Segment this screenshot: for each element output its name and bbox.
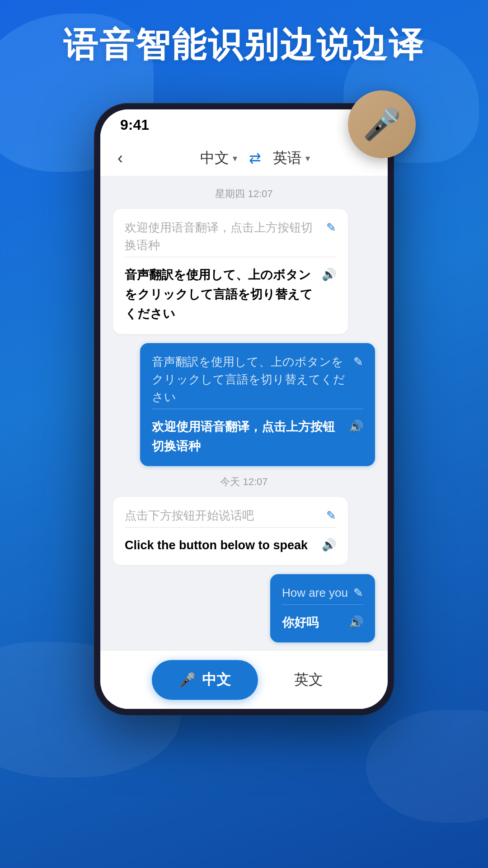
phone-frame: 9:41 ‹ 中文: [95, 104, 393, 714]
sound-icon-1[interactable]: 🔊: [322, 265, 336, 284]
bubble3-translated-text: Click the button below to speak 🔊: [125, 536, 336, 555]
bubble-right-2-wrapper: How are you ✎ 你好吗 🔊: [113, 574, 375, 642]
bubble-right-1-wrapper: 音声翻訳を使用して、上のボタンをクリックして言語を切り替えてください ✎ 欢迎使…: [113, 343, 375, 466]
divider-1: [125, 257, 336, 257]
edit-icon-4[interactable]: ✎: [353, 584, 363, 602]
bubble1-translated-text: 音声翻訳を使用して、上のボタンをクリックして言語を切り替えてください 🔊: [125, 265, 336, 324]
phone-screen: 9:41 ‹ 中文: [100, 109, 388, 709]
bubble3-original-text: 点击下方按钮开始说话吧 ✎: [125, 507, 336, 524]
divider-3: [125, 527, 336, 528]
bubble-left-1: 欢迎使用语音翻译，点击上方按钮切换语种 ✎ 音声翻訳を使用して、上のボタンをクリ…: [113, 209, 348, 334]
mic-icon: 🎤: [363, 106, 401, 142]
sound-icon-3[interactable]: 🔊: [322, 536, 336, 555]
mic-icon-chinese: 🎤: [179, 672, 196, 688]
language-selector: 中文 ▾ ⇄ 英语 ▾: [136, 146, 374, 170]
chevron-down-icon: ▾: [233, 153, 237, 164]
edit-icon-1[interactable]: ✎: [326, 219, 336, 236]
lang-left-label: 中文: [200, 148, 229, 168]
chevron-down-icon-2: ▾: [305, 153, 310, 164]
bubble-left-2: 点击下方按钮开始说话吧 ✎ Click the button below to …: [113, 497, 348, 565]
timestamp-2: 今天 12:07: [113, 475, 375, 489]
floating-mic-button[interactable]: 🎤: [348, 90, 416, 158]
status-bar: 9:41: [100, 109, 388, 140]
timestamp-1: 星期四 12:07: [113, 187, 375, 201]
sound-icon-2[interactable]: 🔊: [349, 417, 363, 436]
bubble2-original-text: 音声翻訳を使用して、上のボタンをクリックして言語を切り替えてください ✎: [152, 353, 363, 406]
edit-icon-2[interactable]: ✎: [353, 353, 363, 371]
status-time: 9:41: [120, 117, 149, 133]
bubble-right-1: 音声翻訳を使用して、上のボタンをクリックして言語を切り替えてください ✎ 欢迎使…: [140, 343, 375, 466]
divider-2: [152, 409, 363, 409]
sound-icon-4[interactable]: 🔊: [349, 613, 363, 632]
chat-area: 星期四 12:07 欢迎使用语音翻译，点击上方按钮切换语种 ✎ 音声翻訳を使用し…: [100, 176, 388, 709]
bubble4-translated-text: 你好吗 🔊: [282, 613, 363, 632]
nav-bar: ‹ 中文 ▾ ⇄ 英语 ▾: [100, 140, 388, 176]
record-english-button[interactable]: 英文: [281, 660, 337, 700]
record-chinese-button[interactable]: 🎤 中文: [152, 660, 258, 700]
swap-languages-button[interactable]: ⇄: [242, 146, 268, 170]
bubble2-translated-text: 欢迎使用语音翻译，点击上方按钮切换语种 🔊: [152, 417, 363, 456]
lang-left-item[interactable]: 中文 ▾: [200, 148, 237, 168]
bubble1-original-text: 欢迎使用语音翻译，点击上方按钮切换语种 ✎: [125, 219, 336, 254]
btn-english-label: 英文: [294, 671, 323, 688]
divider-4: [282, 604, 363, 605]
phone-mockup: 🎤 9:41: [95, 104, 393, 714]
lang-right-label: 英语: [273, 148, 302, 168]
bottom-input-bar: 🎤 中文 英文: [100, 650, 388, 709]
bubble4-original-text: How are you ✎: [282, 584, 363, 602]
hero-title: 语音智能识别边说边译: [0, 25, 488, 64]
btn-chinese-label: 中文: [202, 670, 231, 690]
back-button[interactable]: ‹: [114, 145, 127, 171]
bubble-right-2: How are you ✎ 你好吗 🔊: [270, 574, 375, 642]
lang-right-item[interactable]: 英语 ▾: [273, 148, 310, 168]
bg-decoration-4: [366, 710, 488, 823]
edit-icon-3[interactable]: ✎: [326, 507, 336, 524]
